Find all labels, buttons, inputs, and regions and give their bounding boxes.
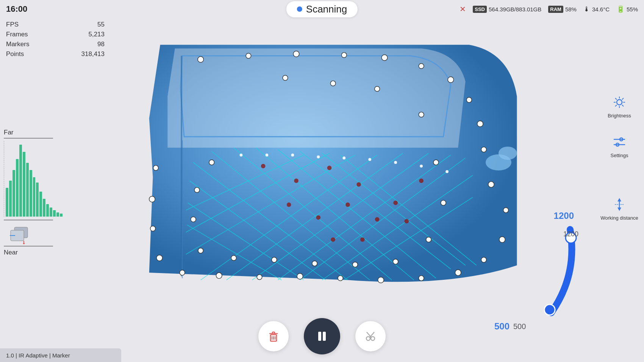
- histogram-bar: [39, 192, 42, 217]
- temp-info: 🌡 34.6°C: [583, 5, 610, 13]
- ram-icon: RAM: [548, 6, 563, 13]
- svg-point-32: [293, 51, 299, 57]
- svg-point-75: [356, 182, 361, 187]
- histogram-bar: [33, 177, 36, 217]
- svg-point-82: [393, 201, 398, 205]
- near-label: Near: [4, 246, 53, 256]
- svg-point-53: [150, 226, 156, 231]
- svg-point-60: [433, 160, 439, 165]
- histogram-bar: [46, 204, 49, 217]
- histogram-bar: [60, 214, 63, 217]
- svg-point-91: [394, 161, 397, 164]
- histogram-bar: [26, 163, 29, 217]
- svg-point-33: [341, 53, 347, 58]
- markers-label: Markers: [6, 41, 29, 48]
- svg-point-54: [149, 196, 155, 202]
- svg-point-61: [441, 200, 446, 206]
- working-distance-button[interactable]: Working distance: [597, 193, 641, 224]
- svg-point-55: [153, 165, 158, 171]
- pause-button[interactable]: [304, 318, 340, 354]
- pause-icon: [315, 329, 329, 343]
- svg-point-67: [231, 255, 236, 261]
- svg-point-38: [477, 121, 483, 127]
- histogram-bar: [6, 188, 8, 217]
- histogram-bar: [16, 159, 19, 217]
- svg-point-65: [312, 261, 317, 266]
- ssd-icon: SSD: [473, 6, 487, 13]
- svg-point-64: [353, 262, 358, 267]
- svg-point-49: [257, 275, 262, 280]
- svg-point-108: [617, 100, 622, 105]
- svg-point-74: [327, 166, 332, 170]
- trash-icon: [267, 330, 280, 342]
- ram-info: RAM 58%: [548, 6, 577, 13]
- brightness-button[interactable]: Brightness: [605, 91, 634, 122]
- scissors-button[interactable]: [355, 321, 386, 351]
- svg-point-126: [544, 304, 555, 315]
- ram-value: 58%: [565, 6, 577, 12]
- svg-line-113: [615, 98, 617, 100]
- svg-point-92: [420, 165, 423, 168]
- svg-point-39: [481, 147, 486, 152]
- svg-point-36: [448, 77, 454, 83]
- svg-point-86: [266, 154, 269, 157]
- wd-near-label: 500: [513, 322, 526, 331]
- histogram-bar: [13, 170, 15, 217]
- svg-point-51: [180, 270, 185, 275]
- histogram-bar: [23, 152, 25, 217]
- histogram-bar: [50, 208, 52, 217]
- delete-button[interactable]: [258, 321, 289, 351]
- svg-line-115: [622, 98, 624, 100]
- object-3d-icon: [7, 223, 33, 244]
- settings-button[interactable]: Settings: [608, 131, 631, 161]
- histogram-bar: [30, 170, 32, 217]
- warn-icon: ✕: [460, 5, 466, 14]
- svg-point-57: [330, 81, 336, 86]
- battery-info: 🔋 55%: [616, 5, 638, 13]
- svg-line-114: [622, 105, 624, 106]
- svg-point-80: [331, 237, 335, 242]
- svg-point-48: [297, 273, 303, 279]
- system-info: ✕ SSD 564.39GB/883.01GB RAM 58% 🌡 34.6°C…: [460, 5, 638, 14]
- separator-line: [4, 220, 53, 220]
- wd-right-top-label: 1200: [563, 230, 578, 238]
- ssd-value: 564.39GB/883.01GB: [489, 6, 541, 12]
- svg-point-34: [381, 55, 388, 61]
- svg-point-87: [291, 154, 294, 157]
- status-text: 1.0 | IR Adaptive | Marker: [6, 352, 70, 359]
- svg-point-71: [209, 160, 214, 165]
- time-display: 16:00: [6, 4, 27, 14]
- fps-label: FPS: [6, 21, 19, 28]
- svg-line-116: [615, 105, 617, 106]
- histogram-bar: [9, 181, 12, 217]
- status-dot: [297, 6, 302, 12]
- svg-point-73: [294, 179, 299, 183]
- svg-marker-4: [23, 243, 25, 244]
- svg-point-56: [283, 75, 288, 81]
- brightness-label: Brightness: [608, 113, 631, 119]
- svg-rect-102: [318, 332, 321, 341]
- histogram-bars: [4, 141, 63, 217]
- svg-point-59: [419, 112, 424, 117]
- histogram-bar: [53, 210, 56, 217]
- svg-point-76: [287, 203, 291, 207]
- right-panel: Brightness Settings Working distance: [595, 87, 644, 228]
- working-distance-icon: [611, 196, 628, 213]
- svg-point-88: [317, 155, 320, 158]
- settings-label: Settings: [611, 153, 628, 158]
- svg-point-79: [375, 217, 380, 222]
- svg-point-52: [156, 255, 163, 261]
- points-label: Points: [6, 50, 24, 58]
- bottom-status-bar: 1.0 | IR Adaptive | Marker: [0, 348, 121, 362]
- bottom-controls: [258, 318, 386, 354]
- frames-label: Frames: [6, 31, 28, 38]
- histogram-bar: [19, 145, 22, 217]
- svg-point-62: [426, 237, 431, 242]
- svg-point-90: [368, 158, 371, 161]
- svg-point-63: [393, 259, 398, 264]
- svg-point-66: [272, 257, 277, 262]
- svg-point-30: [198, 56, 204, 62]
- topbar: 16:00 Scanning ✕ SSD 564.39GB/883.01GB R…: [0, 0, 644, 18]
- svg-point-85: [240, 154, 243, 157]
- svg-point-45: [419, 276, 424, 281]
